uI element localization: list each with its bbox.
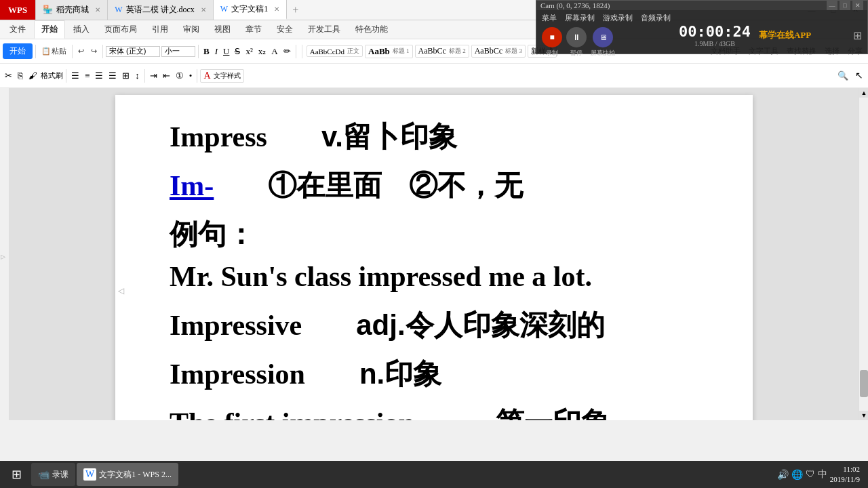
paste-icon: 📋 bbox=[41, 47, 51, 56]
strikethrough-button[interactable]: S̶ bbox=[233, 45, 242, 58]
font-name-selector[interactable] bbox=[106, 46, 160, 57]
ribbon-tab-file[interactable]: 文件 bbox=[3, 21, 33, 38]
tab-shell[interactable]: 🏪 稻壳商城 ✕ bbox=[36, 0, 108, 20]
cam-record-button[interactable]: ■ 录制 bbox=[542, 27, 562, 58]
doc-page[interactable]: Impress v.留卜印象 Im- ①在里面 ②不，无 例句： Mr. Sun… bbox=[115, 95, 753, 420]
tray-icon-input[interactable]: 中 bbox=[818, 468, 827, 481]
tray-icon-3[interactable]: 🛡 bbox=[806, 469, 815, 480]
increase-indent-button[interactable]: ⇥ bbox=[148, 70, 159, 82]
ribbon-tab-chapter[interactable]: 章节 bbox=[239, 21, 269, 38]
toolbar-sep-4 bbox=[198, 45, 199, 58]
tab-lecture[interactable]: W 英语二模 讲义.docx ✕ bbox=[108, 0, 214, 20]
vertical-scrollbar: ▲ ▼ bbox=[859, 88, 868, 420]
ribbon-tab-ref[interactable]: 引用 bbox=[145, 21, 175, 38]
cam-minimize[interactable]: — bbox=[827, 1, 837, 10]
cam-screen-icon: 🖥 bbox=[593, 27, 613, 47]
scroll-thumb[interactable] bbox=[860, 370, 868, 397]
cam-screen-button[interactable]: 🖥 屏幕快拍 bbox=[591, 27, 615, 58]
decrease-indent-button[interactable]: ⇤ bbox=[161, 70, 172, 82]
normal-style[interactable]: AaBbCcDd 正文 bbox=[307, 45, 363, 57]
cam-expand-button[interactable]: ⊞ bbox=[853, 29, 862, 42]
cam-menu-bar: 菜单 屏幕录制 游戏录制 音频录制 bbox=[542, 13, 671, 23]
heading3-style-preview: AaBbCc bbox=[475, 46, 502, 56]
line-spacing-button[interactable]: ↕ bbox=[133, 70, 142, 82]
text-style-selector[interactable]: A 文字样式 bbox=[200, 69, 243, 83]
tab-wps[interactable]: WPS bbox=[0, 0, 36, 20]
prefix-meaning-1: ①在里面 bbox=[268, 164, 382, 207]
tab-lecture-close[interactable]: ✕ bbox=[201, 6, 206, 14]
tab-add-button[interactable]: + bbox=[287, 4, 304, 16]
heading1-style[interactable]: AaBb 标题 1 bbox=[365, 45, 413, 58]
bold-button[interactable]: B bbox=[201, 45, 212, 58]
ribbon-tab-start[interactable]: 开始 bbox=[34, 20, 65, 39]
align-right-button[interactable]: ☰ bbox=[93, 70, 105, 82]
cam-maximize[interactable]: □ bbox=[840, 1, 850, 10]
taskbar-item-luke[interactable]: 📹 录课 bbox=[31, 463, 75, 486]
wps-taskbar-icon: W bbox=[83, 468, 96, 481]
start-button[interactable]: 开始 bbox=[3, 43, 33, 59]
cam-title-bar: Cam (0, 0, 2736, 1824) — □ ✕ bbox=[536, 1, 867, 10]
cut-button[interactable]: ✂ bbox=[3, 70, 14, 82]
table-align-button[interactable]: ⊞ bbox=[120, 70, 132, 82]
cam-close[interactable]: ✕ bbox=[852, 1, 863, 10]
wps-taskbar-label: 文字文稿1 - WPS 2... bbox=[99, 469, 172, 481]
cam-body: 菜单 屏幕录制 游戏录制 音频录制 ■ 录制 ⏸ 暂停 bbox=[536, 10, 867, 60]
tab-doc1-close[interactable]: ✕ bbox=[274, 5, 279, 13]
cam-menu-item-audio[interactable]: 音频录制 bbox=[641, 13, 671, 23]
heading2-style-preview: AaBbCc bbox=[418, 46, 446, 56]
format-painter-button[interactable]: 🖌 bbox=[26, 70, 39, 82]
toolbar2-sep-2 bbox=[144, 69, 145, 83]
sys-tray: 🔊 🌐 🛡 中 bbox=[777, 468, 827, 481]
system-clock[interactable]: 11:02 2019/11/9 bbox=[830, 464, 860, 485]
main-area: ◁ Impress v.留卜印象 Im- ①在里面 ②不，无 例句： bbox=[0, 88, 868, 420]
line-first-impression: The first impression 第一印象 bbox=[170, 401, 698, 420]
tray-icon-2[interactable]: 🌐 bbox=[791, 469, 803, 481]
scroll-down-button[interactable]: ▼ bbox=[859, 411, 868, 420]
tab-shell-close[interactable]: ✕ bbox=[95, 6, 100, 14]
ribbon-tab-dev[interactable]: 开发工具 bbox=[301, 21, 347, 38]
ribbon-tab-view[interactable]: 视图 bbox=[208, 21, 237, 38]
superscript-button[interactable]: x² bbox=[243, 45, 254, 58]
ribbon-tab-special[interactable]: 特色功能 bbox=[349, 21, 395, 38]
tab-doc1[interactable]: W 文字文稿1 ✕ bbox=[214, 0, 287, 20]
font-color-button[interactable]: A bbox=[269, 45, 279, 58]
align-center-button[interactable]: ≡ bbox=[83, 70, 92, 82]
cam-storage: 1.9MB / 43GB bbox=[694, 40, 735, 47]
cursor-button[interactable]: ↖ bbox=[853, 69, 865, 82]
paste-button[interactable]: 📋 粘贴 bbox=[39, 45, 69, 58]
subscript-button[interactable]: x₂ bbox=[256, 45, 269, 58]
align-left-button[interactable]: ☰ bbox=[69, 70, 81, 82]
redo-button[interactable]: ↪ bbox=[88, 45, 100, 57]
line-example: 例句： Mr. Sun's class impressed me a lot. bbox=[170, 213, 698, 298]
ribbon-tab-review[interactable]: 审阅 bbox=[176, 21, 206, 38]
impress-definition: v.留卜印象 bbox=[321, 115, 457, 158]
cam-menu-item-screen[interactable]: 屏幕录制 bbox=[565, 13, 595, 23]
taskbar: ⊞ 📹 录课 W 文字文稿1 - WPS 2... 🔊 🌐 🛡 中 11:02 … bbox=[0, 461, 868, 488]
heading3-style[interactable]: AaBbCc 标题 3 bbox=[471, 45, 526, 58]
undo-button[interactable]: ↩ bbox=[75, 45, 87, 57]
underline-button[interactable]: U bbox=[221, 45, 231, 58]
ribbon-tab-insert[interactable]: 插入 bbox=[66, 21, 96, 38]
tray-icon-1[interactable]: 🔊 bbox=[777, 469, 789, 481]
phrase-first-impression: The first impression bbox=[170, 402, 414, 420]
numbering-button[interactable]: ① bbox=[174, 70, 186, 82]
highlight-button[interactable]: ✏ bbox=[281, 45, 293, 58]
prefix-im: Im- bbox=[170, 165, 214, 207]
scroll-up-button[interactable]: ▲ bbox=[859, 88, 868, 98]
cam-pause-button[interactable]: ⏸ 暂停 bbox=[566, 27, 587, 58]
heading2-style[interactable]: AaBbCc 标题 2 bbox=[415, 45, 469, 58]
cam-menu-item-menu[interactable]: 菜单 bbox=[542, 13, 557, 23]
font-size-selector[interactable] bbox=[161, 46, 195, 57]
taskbar-item-wps[interactable]: W 文字文稿1 - WPS 2... bbox=[77, 463, 178, 486]
bullets-button[interactable]: • bbox=[187, 70, 195, 82]
search-button[interactable]: 🔍 bbox=[835, 70, 850, 82]
copy-button[interactable]: ⎘ bbox=[16, 70, 25, 82]
line-impressive: Impressive adj.令人印象深刻的 bbox=[170, 304, 698, 347]
justify-button[interactable]: ☰ bbox=[106, 70, 119, 82]
italic-button[interactable]: I bbox=[213, 45, 220, 58]
start-button-taskbar[interactable]: ⊞ bbox=[3, 462, 30, 487]
ribbon-tab-security[interactable]: 安全 bbox=[270, 21, 300, 38]
ribbon-tab-page[interactable]: 页面布局 bbox=[98, 21, 144, 38]
cam-menu-item-game[interactable]: 游戏录制 bbox=[603, 13, 633, 23]
scroll-track[interactable] bbox=[859, 98, 868, 411]
